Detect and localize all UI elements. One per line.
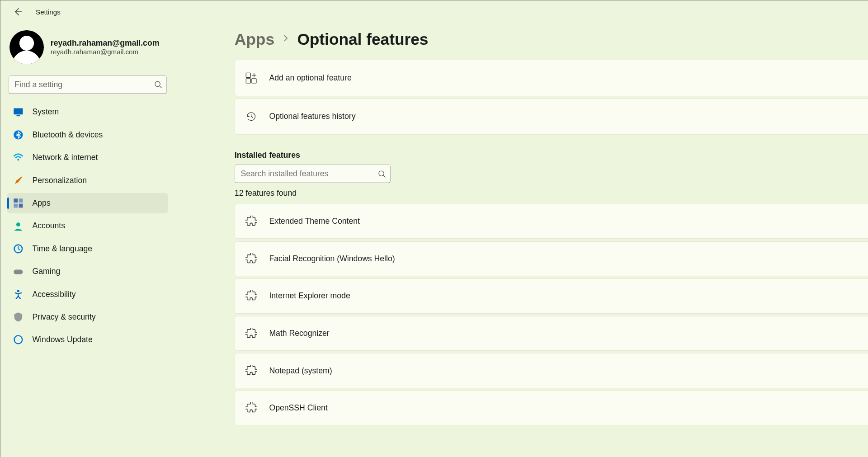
svg-rect-12 (19, 204, 23, 208)
add-grid-icon (245, 72, 257, 84)
svg-point-21 (379, 171, 384, 176)
add-feature-card: Add an optional feature View features (235, 60, 868, 96)
profile-block[interactable]: reyadh.rahaman@gmail.com reyadh.rahaman@… (7, 28, 168, 73)
sidebar-item-label: Accounts (33, 221, 66, 231)
puzzle-icon (245, 290, 257, 302)
svg-point-3 (155, 82, 160, 87)
update-icon (13, 335, 24, 345)
puzzle-icon (245, 365, 257, 376)
feature-row[interactable]: Internet Explorer mode1.64 MB (235, 278, 868, 314)
sidebar: reyadh.rahaman@gmail.com reyadh.rahaman@… (0, 23, 175, 457)
history-text: Optional features history (269, 112, 868, 121)
person-icon (13, 221, 24, 231)
svg-rect-11 (14, 204, 18, 208)
profile-email: reyadh.rahaman@gmail.com (51, 48, 160, 56)
sidebar-item-label: Windows Update (33, 335, 93, 344)
breadcrumb-parent[interactable]: Apps (235, 30, 274, 48)
svg-rect-15 (14, 270, 23, 274)
puzzle-icon (245, 216, 257, 227)
sidebar-item-label: Apps (33, 198, 51, 208)
sidebar-item-label: Accessibility (33, 290, 76, 299)
profile-name: reyadh.rahaman@gmail.com (51, 38, 160, 48)
chevron-right-icon (283, 34, 289, 44)
svg-rect-6 (16, 115, 20, 116)
sidebar-item-label: Network & internet (33, 153, 98, 162)
window-title: Settings (36, 8, 61, 16)
search-icon[interactable] (154, 81, 162, 89)
feature-row[interactable]: OpenSSH Client5.55 MB (235, 391, 868, 426)
feature-name: Extended Theme Content (269, 217, 868, 226)
svg-rect-10 (19, 198, 23, 203)
svg-rect-20 (251, 78, 256, 83)
feature-name: Math Recognizer (269, 329, 868, 338)
installed-title: Installed features (235, 151, 868, 160)
svg-rect-18 (246, 73, 250, 77)
avatar (9, 30, 44, 65)
paintbrush-icon (13, 175, 24, 186)
svg-rect-5 (14, 108, 23, 114)
gamepad-icon (13, 266, 24, 277)
sidebar-item-label: Privacy & security (33, 312, 96, 322)
settings-search-input[interactable] (9, 75, 167, 94)
sidebar-item-apps[interactable]: Apps (7, 193, 168, 213)
puzzle-icon (245, 253, 257, 264)
sidebar-item-bluetooth-devices[interactable]: Bluetooth & devices (7, 125, 168, 145)
wifi-icon (13, 152, 24, 163)
feature-name: OpenSSH Client (269, 403, 868, 413)
feature-count: 12 features found (235, 188, 868, 198)
feature-row[interactable]: Facial Recognition (Windows Hello)78.7 M… (235, 241, 868, 277)
sidebar-item-gaming[interactable]: Gaming (7, 261, 168, 282)
search-icon[interactable] (378, 170, 386, 178)
history-icon (245, 111, 257, 122)
feature-row[interactable]: Notepad (system)365 KB (235, 353, 868, 388)
monitor-icon (13, 107, 24, 118)
sidebar-item-time-language[interactable]: Time & language (7, 239, 168, 259)
accessibility-icon (13, 289, 24, 300)
titlebar: Settings (0, 0, 868, 23)
settings-search-wrap (9, 75, 167, 94)
filter-row: Sort by: Name (235, 165, 868, 183)
breadcrumb-current: Optional features (297, 30, 428, 48)
svg-point-16 (17, 290, 19, 292)
breadcrumb: Apps Optional features (235, 30, 868, 48)
main-content: Apps Optional features Add an optional f… (175, 23, 868, 457)
feature-name: Facial Recognition (Windows Hello) (269, 254, 868, 264)
feature-search-input[interactable] (235, 165, 391, 183)
svg-point-8 (17, 159, 19, 161)
sidebar-item-label: Time & language (33, 244, 93, 254)
svg-line-4 (160, 86, 161, 88)
sidebar-item-system[interactable]: System (7, 102, 168, 122)
svg-line-22 (383, 175, 385, 177)
sidebar-item-accounts[interactable]: Accounts (7, 216, 168, 236)
sidebar-item-label: Gaming (33, 267, 61, 276)
apps-icon (13, 198, 24, 208)
svg-rect-9 (14, 198, 18, 203)
puzzle-icon (245, 402, 257, 414)
feature-row[interactable]: Extended Theme Content22.6 KB (235, 204, 868, 239)
feature-search-wrap (235, 165, 391, 183)
puzzle-icon (245, 328, 257, 339)
sidebar-item-personalization[interactable]: Personalization (7, 170, 168, 190)
feature-list: Extended Theme Content22.6 KBFacial Reco… (235, 204, 868, 426)
add-feature-text: Add an optional feature (269, 73, 868, 83)
shield-icon (13, 312, 24, 322)
svg-point-13 (16, 222, 20, 226)
sidebar-item-privacy-security[interactable]: Privacy & security (7, 307, 168, 327)
feature-name: Notepad (system) (269, 366, 868, 376)
nav: SystemBluetooth & devicesNetwork & inter… (7, 102, 168, 350)
globe-clock-icon (13, 244, 24, 254)
sidebar-item-network-internet[interactable]: Network & internet (7, 147, 168, 168)
feature-name: Internet Explorer mode (269, 291, 868, 301)
sidebar-item-windows-update[interactable]: Windows Update (7, 330, 168, 350)
sidebar-item-label: System (33, 107, 59, 117)
bluetooth-icon (13, 130, 24, 140)
feature-row[interactable]: Math Recognizer15.3 MB (235, 316, 868, 351)
history-card: Optional features history See history (235, 99, 868, 135)
sidebar-item-label: Personalization (33, 176, 87, 185)
svg-rect-19 (246, 78, 250, 83)
sidebar-item-label: Bluetooth & devices (33, 130, 103, 140)
back-button[interactable] (12, 6, 23, 18)
sidebar-item-accessibility[interactable]: Accessibility (7, 284, 168, 304)
